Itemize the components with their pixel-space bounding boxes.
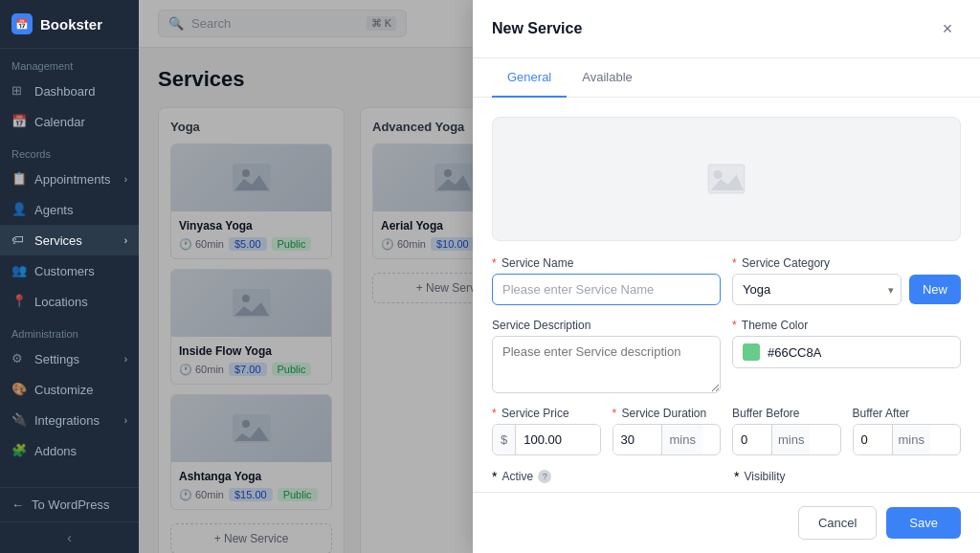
modal-body: * Service Name * Service Category Yoga — [473, 98, 980, 492]
gear-icon: ⚙ — [11, 351, 27, 366]
form-row-description-color: Service Description * Theme Color #66CC8… — [492, 319, 961, 393]
category-select-wrap: Yoga Advanced Yoga ▾ — [732, 274, 902, 305]
modal-close-button[interactable]: × — [934, 15, 961, 42]
puzzle-icon: 🧩 — [11, 443, 27, 458]
visibility-label-row: * Visibility — [734, 469, 961, 484]
service-description-input[interactable] — [492, 336, 721, 393]
sidebar-item-services[interactable]: 🏷 Services › — [0, 225, 139, 255]
sidebar-item-label: Customers — [34, 264, 95, 278]
users-icon: 👥 — [11, 263, 27, 278]
buffer-before-suffix: mins — [771, 425, 810, 454]
buffer-after-wrap: mins — [853, 424, 962, 455]
sidebar-item-customize[interactable]: 🎨 Customize — [0, 374, 139, 405]
visibility-label: Visibility — [744, 470, 785, 483]
file-icon: 📋 — [11, 171, 27, 187]
sidebar-item-label: Agents — [34, 203, 73, 217]
buffer-after-input[interactable] — [854, 425, 892, 454]
sidebar-item-label: Locations — [34, 295, 88, 309]
service-duration-group: * Service Duration mins — [612, 407, 722, 455]
color-value: #66CC8A — [768, 345, 821, 360]
service-name-input[interactable] — [492, 274, 721, 305]
active-group: * Active ? Active Active Services are av… — [492, 469, 719, 492]
service-category-select[interactable]: Yoga Advanced Yoga — [732, 274, 902, 305]
theme-color-group: * Theme Color #66CC8A — [732, 319, 961, 393]
image-upload-area[interactable] — [492, 117, 961, 241]
sidebar-item-dashboard[interactable]: ⊞ Dashboard — [0, 76, 139, 106]
admin-section-label: Administration — [0, 317, 139, 343]
service-description-group: Service Description — [492, 319, 721, 393]
sidebar-item-label: Dashboard — [34, 84, 96, 99]
service-duration-input[interactable] — [613, 425, 661, 454]
new-category-button[interactable]: New — [909, 275, 961, 304]
info-icon: ? — [538, 470, 551, 483]
buffer-before-group: Buffer Before mins — [732, 407, 841, 455]
sidebar-item-settings[interactable]: ⚙ Settings › — [0, 343, 139, 374]
svg-point-10 — [714, 170, 723, 179]
chevron-right-icon: › — [124, 174, 127, 185]
service-price-label: * Service Price — [492, 407, 601, 420]
sidebar-item-label: Appointments — [34, 172, 111, 187]
form-row-active-visibility: * Active ? Active Active Services are av… — [492, 469, 961, 492]
sidebar-item-addons[interactable]: 🧩 Addons — [0, 435, 139, 466]
buffer-before-wrap: mins — [732, 424, 841, 455]
person-icon: 👤 — [11, 202, 27, 217]
save-button[interactable]: Save — [886, 507, 961, 539]
modal-title: New Service — [492, 20, 582, 37]
tag-icon: 🏷 — [11, 232, 27, 248]
service-duration-label: * Service Duration — [612, 407, 722, 420]
sidebar-item-calendar[interactable]: 📅 Calendar — [0, 106, 139, 137]
records-section-label: Records — [0, 137, 139, 164]
category-row: Yoga Advanced Yoga ▾ New — [732, 274, 961, 305]
duration-suffix: mins — [661, 425, 703, 454]
sidebar-item-appointments[interactable]: 📋 Appointments › — [0, 164, 139, 194]
tab-general[interactable]: General — [492, 58, 567, 98]
tab-available[interactable]: Available — [567, 58, 648, 98]
service-name-label: * Service Name — [492, 256, 721, 270]
calendar-icon: 📅 — [11, 114, 27, 129]
duration-wrap: mins — [612, 424, 722, 455]
sidebar-item-label: Customize — [34, 383, 93, 397]
main-area: 🔍 Search ⌘ K Services Yoga Vinyasa Yoga — [139, 0, 980, 553]
sidebar-collapse-button[interactable]: ‹ — [0, 521, 139, 553]
buffer-before-input[interactable] — [733, 425, 771, 454]
theme-color-label: * Theme Color — [732, 319, 961, 332]
sidebar-item-label: Integrations — [34, 413, 100, 428]
modal-footer: Cancel Save — [473, 492, 980, 553]
modal-tabs: General Available — [473, 58, 980, 98]
arrow-left-icon: ← — [11, 498, 24, 512]
buffer-after-group: Buffer After mins — [853, 407, 962, 455]
theme-color-input[interactable]: #66CC8A — [732, 336, 961, 368]
price-prefix: $ — [493, 425, 516, 454]
visibility-group: * Visibility Public Private Private Serv… — [734, 469, 961, 492]
sidebar-item-agents[interactable]: 👤 Agents — [0, 194, 139, 225]
modal-header: New Service × — [473, 0, 980, 58]
new-service-modal: New Service × General Available — [473, 0, 980, 553]
service-price-input[interactable] — [516, 425, 599, 454]
sidebar-item-integrations[interactable]: 🔌 Integrations › — [0, 405, 139, 435]
to-wordpress-link[interactable]: ← To WordPress — [0, 487, 139, 521]
chevron-left-icon: ‹ — [67, 530, 72, 545]
sidebar-item-label: Calendar — [34, 115, 85, 129]
plug-icon: 🔌 — [11, 412, 27, 428]
sidebar-item-customers[interactable]: 👥 Customers — [0, 255, 139, 286]
service-category-label: * Service Category — [732, 256, 961, 270]
grid-icon: ⊞ — [11, 83, 27, 99]
app-logo-icon: 📅 — [11, 13, 33, 34]
app-name: Bookster — [40, 16, 102, 33]
management-section-label: Management — [0, 49, 139, 76]
buffer-after-suffix: mins — [892, 425, 930, 454]
cancel-button[interactable]: Cancel — [798, 506, 877, 540]
sidebar-logo: 📅 Bookster — [0, 0, 139, 49]
sidebar-item-locations[interactable]: 📍 Locations — [0, 286, 139, 317]
paint-icon: 🎨 — [11, 382, 27, 397]
sidebar: 📅 Bookster Management ⊞ Dashboard 📅 Cale… — [0, 0, 139, 553]
price-input-wrap: $ — [492, 424, 601, 455]
sidebar-item-label: Services — [34, 233, 82, 248]
to-wordpress-label: To WordPress — [32, 498, 109, 512]
form-row-price-duration-buffers: * Service Price $ * Service Duration — [492, 407, 961, 455]
color-swatch — [743, 343, 760, 361]
buffer-after-label: Buffer After — [853, 407, 962, 420]
pin-icon: 📍 — [11, 294, 27, 309]
active-label: Active — [501, 470, 533, 483]
chevron-right-icon: › — [124, 415, 127, 426]
